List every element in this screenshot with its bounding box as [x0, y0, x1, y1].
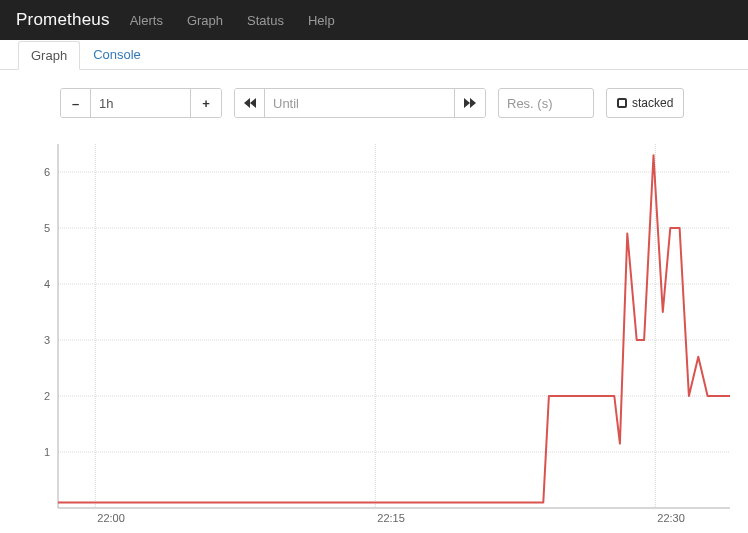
tab-console[interactable]: Console: [80, 40, 154, 69]
stacked-label: stacked: [632, 96, 673, 110]
range-decrease-button[interactable]: –: [61, 89, 91, 117]
controls-row: – + stacked: [0, 70, 748, 130]
time-group: [234, 88, 486, 118]
rewind-icon: [244, 98, 256, 108]
until-input[interactable]: [265, 89, 455, 117]
time-back-button[interactable]: [235, 89, 265, 117]
svg-text:3: 3: [44, 334, 50, 346]
svg-text:22:30: 22:30: [657, 512, 685, 524]
tabs: Graph Console: [0, 40, 748, 70]
range-group: – +: [60, 88, 222, 118]
range-input[interactable]: [91, 89, 191, 117]
tab-graph[interactable]: Graph: [18, 41, 80, 70]
navbar: Prometheus Alerts Graph Status Help: [0, 0, 748, 40]
resolution-input[interactable]: [498, 88, 594, 118]
nav-alerts[interactable]: Alerts: [130, 13, 163, 28]
svg-text:5: 5: [44, 222, 50, 234]
nav-help[interactable]: Help: [308, 13, 335, 28]
stacked-toggle-button[interactable]: stacked: [606, 88, 684, 118]
range-increase-button[interactable]: +: [191, 89, 221, 117]
square-icon: [617, 98, 627, 108]
svg-text:4: 4: [44, 278, 50, 290]
chart: 12345622:0022:1522:30: [18, 138, 730, 530]
svg-text:22:15: 22:15: [377, 512, 405, 524]
svg-text:1: 1: [44, 446, 50, 458]
fastforward-icon: [464, 98, 476, 108]
nav-graph[interactable]: Graph: [187, 13, 223, 28]
svg-text:2: 2: [44, 390, 50, 402]
svg-text:22:00: 22:00: [97, 512, 125, 524]
svg-text:6: 6: [44, 166, 50, 178]
brand-title: Prometheus: [16, 10, 110, 30]
nav-status[interactable]: Status: [247, 13, 284, 28]
time-forward-button[interactable]: [455, 89, 485, 117]
